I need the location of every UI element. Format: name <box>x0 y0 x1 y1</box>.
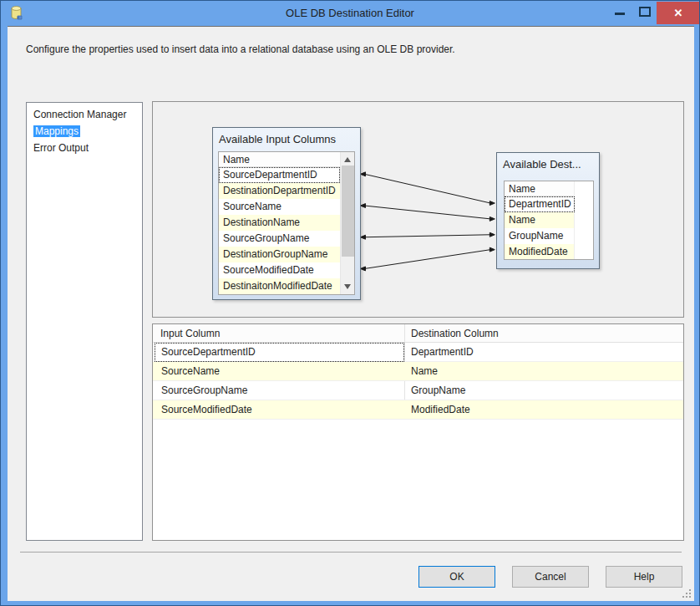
minimize-button[interactable] <box>609 1 631 23</box>
dialog-description: Configure the properties used to insert … <box>26 43 677 55</box>
pages-list: Connection Manager Mappings Error Output <box>26 102 143 541</box>
scrollbar-thumb[interactable] <box>342 166 354 257</box>
dest-column-row[interactable]: DepartmentID <box>505 196 575 212</box>
scroll-up-icon[interactable] <box>344 157 351 162</box>
mapping-row[interactable]: SourceName Name <box>153 362 683 381</box>
input-column-row[interactable]: SourceDepartmentID <box>219 167 340 183</box>
sidebar-item-label: Error Output <box>33 142 89 154</box>
help-button[interactable]: Help <box>606 566 682 588</box>
input-column-row[interactable]: DestinationDepartmentID <box>219 183 340 199</box>
dest-column-row[interactable]: Name <box>505 212 575 228</box>
mapping-dest-cell[interactable]: ModifiedDate <box>404 400 682 420</box>
input-column-row[interactable]: SourceModifiedDate <box>219 262 340 278</box>
mapping-dest-cell[interactable]: Name <box>404 362 682 381</box>
sidebar-item-label-selected: Mappings <box>33 125 80 137</box>
mapping-dest-cell[interactable]: GroupName <box>404 381 682 400</box>
dest-column-row[interactable]: ModifiedDate <box>505 244 575 260</box>
mapping-row[interactable]: SourceModifiedDate ModifiedDate <box>153 400 683 420</box>
sidebar-item-mappings[interactable]: Mappings <box>27 123 142 140</box>
dest-column-row[interactable]: GroupName <box>505 228 575 244</box>
input-columns-header: Name <box>219 152 340 167</box>
input-column-row[interactable]: DestinationGroupName <box>219 247 340 262</box>
resize-grip[interactable] <box>682 589 691 598</box>
input-column-row[interactable]: SourceName <box>219 199 340 215</box>
dialog-content: Configure the properties used to insert … <box>8 26 694 601</box>
sidebar-item-label: Connection Manager <box>33 109 126 120</box>
scroll-down-icon[interactable] <box>344 284 351 289</box>
dest-columns-table: Name DepartmentID Name GroupName Modifie… <box>504 181 594 260</box>
mapping-input-cell[interactable]: SourceDepartmentID <box>155 343 404 362</box>
dest-columns-header: Name <box>505 181 575 196</box>
destination-column-header: Destination Column <box>411 324 499 343</box>
sidebar-item-error-output[interactable]: Error Output <box>27 140 142 156</box>
maximize-button[interactable] <box>634 1 656 23</box>
dest-box-title: Available Dest... <box>497 153 599 172</box>
mapping-row[interactable]: SourceDepartmentID DepartmentID <box>153 343 683 362</box>
mapping-input-cell[interactable]: SourceGroupName <box>155 381 404 400</box>
footer-divider <box>20 552 682 553</box>
minimize-icon <box>615 13 625 15</box>
close-button[interactable]: ✕ <box>657 2 700 24</box>
mapping-dest-cell[interactable]: DepartmentID <box>404 343 682 362</box>
mapping-input-cell[interactable]: SourceModifiedDate <box>155 400 404 420</box>
available-destination-columns-box[interactable]: Available Dest... Name DepartmentID Name… <box>496 152 600 269</box>
ok-button[interactable]: OK <box>418 566 495 588</box>
input-columns-table: Name SourceDepartmentID DestinationDepar… <box>218 151 355 295</box>
mapping-row[interactable]: SourceGroupName GroupName <box>153 381 683 400</box>
input-column-row[interactable]: DestinaitonModifiedDate <box>219 278 340 294</box>
input-column-row[interactable]: SourceGroupName <box>219 231 340 247</box>
mapping-grid-header: Input Column Destination Column <box>153 324 683 343</box>
input-column-header: Input Column <box>160 324 220 343</box>
maximize-icon <box>639 7 651 17</box>
mapping-grid-panel: Input Column Destination Column SourceDe… <box>152 323 684 541</box>
cancel-button[interactable]: Cancel <box>512 566 589 588</box>
window-title: OLE DB Destination Editor <box>1 1 699 25</box>
mapping-diagram-panel: Available Input Columns Name SourceDepar… <box>152 101 684 318</box>
available-input-columns-box[interactable]: Available Input Columns Name SourceDepar… <box>212 127 361 300</box>
input-column-row[interactable]: DestinationName <box>219 215 340 231</box>
vertical-scrollbar[interactable] <box>340 152 354 294</box>
title-bar[interactable]: OLE DB Destination Editor ✕ <box>1 1 699 25</box>
mapping-input-cell[interactable]: SourceName <box>155 362 404 381</box>
sidebar-item-connection-manager[interactable]: Connection Manager <box>27 106 142 123</box>
dialog-window: OLE DB Destination Editor ✕ Configure th… <box>0 0 700 606</box>
input-box-title: Available Input Columns <box>213 128 360 147</box>
